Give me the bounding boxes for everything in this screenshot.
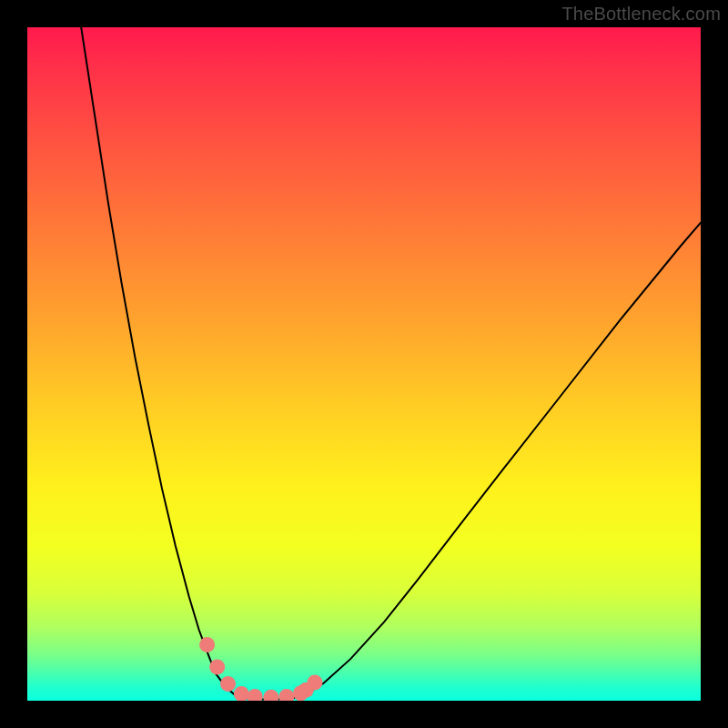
marker-point bbox=[263, 690, 278, 701]
marker-point bbox=[199, 637, 215, 652]
markers-group bbox=[199, 637, 322, 701]
marker-point bbox=[278, 689, 294, 701]
marker-point bbox=[248, 689, 263, 701]
chart-frame: TheBottleneck.com bbox=[0, 0, 728, 728]
chart-svg bbox=[27, 27, 701, 701]
marker-point bbox=[307, 675, 322, 691]
marker-point bbox=[220, 676, 236, 692]
marker-point bbox=[234, 686, 249, 701]
curve-right-branch bbox=[303, 223, 701, 696]
plot-area bbox=[27, 27, 701, 701]
curve-left-branch bbox=[81, 27, 236, 696]
watermark-text: TheBottleneck.com bbox=[561, 4, 721, 25]
marker-point bbox=[209, 660, 225, 675]
